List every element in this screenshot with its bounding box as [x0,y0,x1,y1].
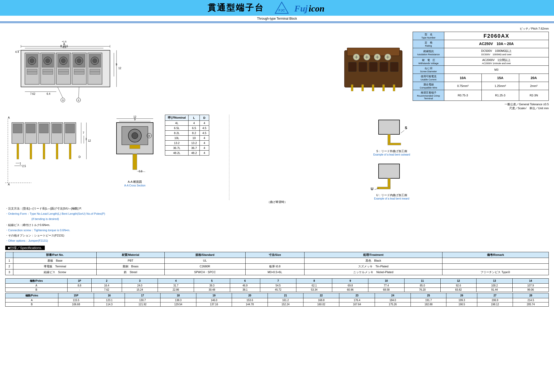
svg-rect-95 [52,124,62,133]
fujicon-logo: Fuj icon [294,2,347,14]
svg-rect-131 [388,143,401,145]
spec-header: ■仕様／Specifications. [5,246,549,250]
specs-section: ピッチ／Pitch 7.62mm 型 名 Type Number F2060AX… [413,27,549,111]
svg-text:4.4: 4.4 [15,51,19,53]
nominal-table-row: 10L104 [165,136,209,141]
svg-text:6.4: 6.4 [47,92,50,95]
svg-rect-77 [390,62,398,71]
svg-text:U: U [371,187,373,191]
parts-table-row: 2導電板 Terminal黄銅 BrassC2680R板厚 t0.8スズメッキ … [5,263,549,269]
lead-bend-examples: S S：リード外曲げ加工例 Example of a lead bent out… [229,115,549,200]
svg-rect-122 [133,154,137,170]
ordering-en1: ・Ordering Form：Type No.Lead Length(L) Be… [5,211,549,217]
top-drawing-area: A +1.5 -0.5 B ±0.6 4.4 7.62 6.4 9 12 ③ [5,27,334,111]
subtitle-bar: Through-type Terminal Block [0,16,554,22]
nominal-table-row: 6.5L6.54.5 [165,126,209,131]
svg-rect-99 [69,143,71,159]
svg-rect-130 [388,134,390,143]
svg-rect-74 [359,62,367,71]
svg-rect-90 [30,143,32,159]
nominal-table: 呼び/Nominal L D 4L446.5L6.54.58.2L8.24.51… [165,115,209,156]
ordering-section: ・注文方法：[型名]—[リード長]L—[面げ寸法]S/U—[極数] P. ・Or… [5,206,549,244]
bend-note: （曲げ希望時） [5,200,549,204]
lead-bend-u-drawing: U [365,161,418,193]
parts-table: 部番/Part No. 材質/Material 規格/Standard 寸法/S… [5,252,549,275]
pitch-label: ピッチ／Pitch 7.62mm [413,27,549,31]
svg-rect-79 [362,85,364,91]
ordering-en1b: (if bending is desired) [5,217,549,222]
svg-text:Fuj: Fuj [294,4,308,13]
svg-text:12: 12 [88,139,91,142]
side-view-drawing: A 7 3 [5,115,105,188]
svg-line-133 [401,130,404,133]
svg-rect-92 [39,124,48,133]
ordering-en3: ・Other options：Jumper(F2131) [5,238,549,244]
svg-line-57 [58,87,63,98]
dim-table-1-row: B-7.6215.2422.8630.4838.145.7253.3460.96… [5,288,549,292]
svg-line-58 [79,87,79,98]
dim-tables-area: 極数/Poles1P234567891011121314A8.816.424.0… [5,278,549,307]
svg-text:D: D [79,155,81,158]
svg-text:9: 9 [134,118,136,121]
header-bar: 貫通型端子台 FJC Fuj icon [0,0,554,16]
svg-rect-89 [26,124,35,133]
svg-text:A: A [8,116,10,119]
svg-point-32 [93,59,97,63]
svg-point-14 [46,59,50,63]
lead-bend-u-section: U U：リード内曲げ加工例 Example of a lead bent inw… [365,161,418,200]
lead-bend-s-drawing: S [365,117,418,149]
svg-rect-73 [348,62,356,71]
svg-rect-135 [388,178,390,187]
ordering-ja1: ・注文方法：[型名]—[リード長]L—[面げ寸法]S/U—[極数] P. [5,206,549,211]
svg-text:FJC: FJC [278,8,285,12]
front-view-drawing: A +1.5 -0.5 B ±0.6 4.4 7.62 6.4 9 12 ③ [5,27,131,111]
svg-rect-93 [43,143,45,159]
nominal-table-row: 4L44 [165,121,209,126]
svg-point-8 [30,59,34,63]
tolerance-note: 一般公差／General Tolerance ±0.5 [413,102,549,106]
nominal-table-area: 呼び/Nominal L D 4L446.5L6.54.58.2L8.24.51… [165,115,223,200]
svg-text:2.5: 2.5 [22,165,26,168]
nominal-table-row: 36.7L36.74 [165,146,209,151]
header-logo-area: 貫通型端子台 FJC Fuj icon [208,2,347,14]
svg-rect-76 [380,62,388,71]
bottom-section: （曲げ希望時） ・注文方法：[型名]—[リード長]L—[面げ寸法]S/U—[極数… [0,200,554,312]
lead-bend-s-section: S S：リード外曲げ加工例 Example of a lead bent out… [365,117,418,156]
header-title: 貫通型端子台 [208,2,264,14]
ordering-ja2: ・結線ビス：締付けトルク0.6N•m. [5,223,549,228]
parts-table-row: 3結線ビス Screw鉄 StreelSPWCH・SPCCM3×0.5×6Lニッ… [5,269,549,275]
svg-text:icon: icon [309,4,324,13]
svg-text:+1.5: +1.5 [62,40,67,43]
parts-table-row: 1基板 BasePBTUL黒色 Black [5,258,549,263]
product-photo-area [337,27,410,111]
dim-table-2: 極数/Poles15P16171819202122232425262728A11… [5,293,549,307]
svg-rect-136 [377,187,390,189]
svg-text:②: ② [148,135,150,137]
nominal-table-row: 48.2L48.24 [165,151,209,156]
svg-point-20 [61,59,65,63]
svg-rect-98 [65,124,75,133]
svg-text:A-A 断面図: A-A 断面図 [128,180,142,183]
svg-rect-75 [369,62,377,71]
side-view-area: A 7 3 [5,115,105,200]
nominal-table-row: 13.213.24 [165,141,209,146]
dim-table-2-row: B106.68114.3121.92129.54137.16144.78152.… [5,302,549,306]
svg-text:7.62: 7.62 [30,92,35,95]
svg-text:1: 1 [20,162,21,165]
svg-text:S: S [405,126,407,130]
svg-rect-81 [383,85,385,91]
svg-rect-87 [17,143,19,159]
scale-note: 尺度／Scale√ 単位／Unit mm [413,106,549,110]
svg-rect-86 [13,124,22,133]
svg-text:①: ① [77,99,80,102]
svg-rect-82 [393,85,395,91]
ordering-en2: ・Connection screw：Tightening torque is 0… [5,228,549,233]
svg-text:12: 12 [118,67,121,70]
fjc-logo: FJC [275,2,289,14]
nominal-table-row: 8.2L8.24.5 [165,131,209,136]
svg-text:7: 7 [83,131,84,134]
svg-rect-121 [130,145,140,149]
svg-rect-78 [351,85,353,91]
svg-rect-129 [379,120,400,134]
svg-point-120 [132,132,138,139]
